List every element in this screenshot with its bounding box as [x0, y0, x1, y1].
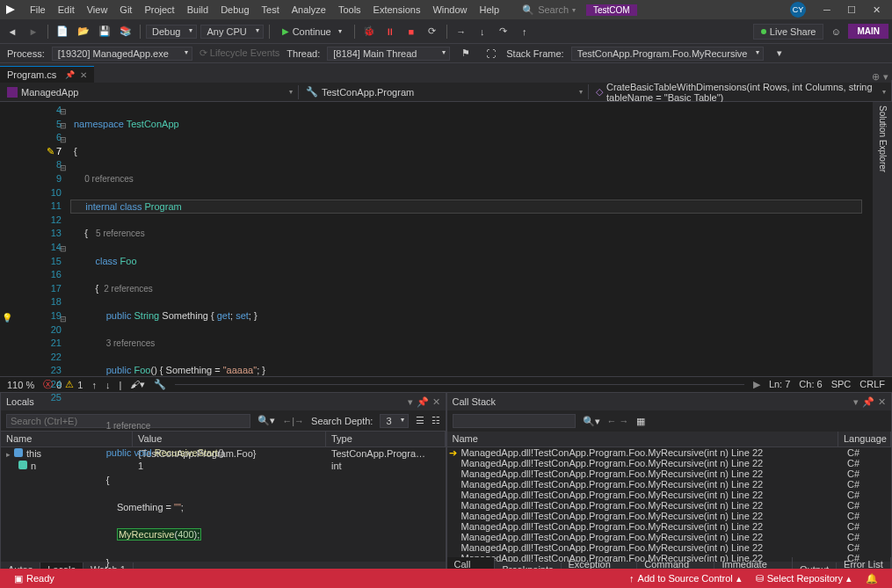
search-icon: 🔍: [522, 4, 534, 16]
pin-icon[interactable]: 📌: [65, 70, 75, 79]
line-gutter: 💡 ⊟ ⊟ ⊟ ⊟ ⊟ ⊟ 45 6 ✎7 89 1011 1213 1415 …: [0, 102, 70, 376]
menu-edit[interactable]: Edit: [53, 3, 80, 17]
add-source-control[interactable]: ↑ Add to Source Control ▴: [622, 573, 749, 584]
process-combo[interactable]: [19320] ManagedApp.exe: [52, 47, 192, 61]
notifications-icon[interactable]: 🔔: [859, 573, 885, 584]
stop-icon[interactable]: ■: [402, 23, 420, 40]
step-over-icon[interactable]: ↷: [495, 23, 512, 40]
vs-logo-icon: [4, 3, 18, 17]
lightbulb-icon[interactable]: 💡: [2, 311, 12, 325]
debug-location-toolbar: Process: [19320] ManagedApp.exe ⟳ Lifecy…: [0, 44, 892, 63]
maximize-button[interactable]: ☐: [839, 0, 864, 19]
platform-combo[interactable]: Any CPU: [200, 25, 263, 39]
config-combo[interactable]: Debug: [146, 25, 197, 39]
avatar[interactable]: CY: [790, 2, 806, 18]
step-next-icon[interactable]: →: [453, 23, 470, 40]
menu-extensions[interactable]: Extensions: [368, 3, 426, 17]
thread-icon[interactable]: ⛶: [482, 45, 499, 62]
process-label: Process:: [7, 48, 45, 59]
feedback-icon[interactable]: ☺: [827, 23, 845, 40]
thread-combo[interactable]: [8184] Main Thread: [327, 47, 450, 61]
main-menu: File Edit View Git Project Build Debug T…: [25, 3, 504, 17]
menu-help[interactable]: Help: [475, 3, 505, 17]
main-toolbar: ◄ ► 📄 📂 💾 📚 Debug Any CPU ▶Continue▾ 🐞 ⏸…: [0, 19, 892, 44]
menu-tools[interactable]: Tools: [333, 3, 366, 17]
code-nav-bar: ManagedApp 🔧TestConApp.Program ◇CrateBas…: [0, 83, 892, 102]
menu-project[interactable]: Project: [139, 3, 179, 17]
menu-test[interactable]: Test: [257, 3, 285, 17]
stackframe-label: Stack Frame:: [506, 48, 563, 59]
active-line: ✎7: [0, 145, 62, 159]
menu-git[interactable]: Git: [114, 3, 137, 17]
nav-class[interactable]: 🔧TestConApp.Program: [299, 84, 589, 99]
step-into-icon[interactable]: ↓: [474, 23, 491, 40]
menu-window[interactable]: Window: [427, 3, 472, 17]
live-share-button[interactable]: Live Share: [753, 24, 824, 40]
menu-debug[interactable]: Debug: [215, 3, 254, 17]
nav-project[interactable]: ManagedApp: [0, 85, 299, 99]
nav-member[interactable]: ◇CrateBasicTableWithDimensions(int Rows,…: [589, 80, 892, 105]
close-tab-icon[interactable]: ✕: [80, 70, 87, 80]
menu-analyze[interactable]: Analyze: [286, 3, 331, 17]
menu-build[interactable]: Build: [182, 3, 214, 17]
code-content[interactable]: namespace TestConApp { 0 references inte…: [70, 102, 873, 376]
main-branch-button[interactable]: MAIN: [848, 24, 888, 39]
nav-fwd-icon[interactable]: ►: [25, 23, 42, 40]
solution-badge: TestCOM: [586, 4, 637, 16]
status-bar: ▣ Ready ↑ Add to Source Control ▴ ⛁ Sele…: [0, 569, 892, 588]
search-box[interactable]: 🔍 Search ▾: [522, 4, 576, 16]
right-rail: Solution Explorer: [873, 102, 892, 376]
status-ready: ▣ Ready: [7, 573, 62, 584]
search-placeholder: Search: [538, 4, 569, 15]
save-icon[interactable]: 💾: [96, 23, 113, 40]
pause-icon[interactable]: ⏸: [381, 23, 399, 40]
close-panel-icon[interactable]: ✕: [878, 396, 886, 408]
stackframe-combo[interactable]: TestConApp.Program.Foo.MyRecursive: [571, 47, 765, 61]
thread-flag-icon[interactable]: ⚑: [457, 45, 475, 62]
stackframe-extra-icon[interactable]: ▾: [771, 45, 788, 62]
step-out-icon[interactable]: ↑: [516, 23, 533, 40]
thread-label: Thread:: [286, 48, 320, 59]
tab-program-cs[interactable]: Program.cs 📌 ✕: [0, 66, 94, 83]
titlebar: File Edit View Git Project Build Debug T…: [0, 0, 892, 19]
close-button[interactable]: ✕: [864, 0, 888, 19]
code-editor[interactable]: 💡 ⊟ ⊟ ⊟ ⊟ ⊟ ⊟ 45 6 ✎7 89 1011 1213 1415 …: [0, 102, 892, 376]
play-icon: ▶: [282, 26, 289, 36]
nav-back-icon[interactable]: ◄: [4, 23, 21, 40]
select-repository[interactable]: ⛁ Select Repository ▴: [749, 573, 859, 584]
continue-button[interactable]: ▶Continue▾: [275, 25, 349, 39]
save-all-icon[interactable]: 📚: [117, 23, 134, 40]
depth-combo[interactable]: 3: [380, 414, 408, 428]
open-icon[interactable]: 📂: [75, 23, 92, 40]
debug-icon[interactable]: 🐞: [360, 23, 378, 40]
solution-explorer-tab[interactable]: Solution Explorer: [878, 105, 888, 172]
tab-label: Program.cs: [7, 69, 56, 80]
menu-view[interactable]: View: [82, 3, 113, 17]
restart-icon[interactable]: ⟳: [424, 23, 441, 40]
new-file-icon[interactable]: 📄: [54, 23, 71, 40]
menu-file[interactable]: File: [25, 3, 51, 17]
minimize-button[interactable]: ─: [815, 0, 839, 19]
lifecycle-events[interactable]: ⟳ Lifecycle Events: [199, 47, 280, 59]
